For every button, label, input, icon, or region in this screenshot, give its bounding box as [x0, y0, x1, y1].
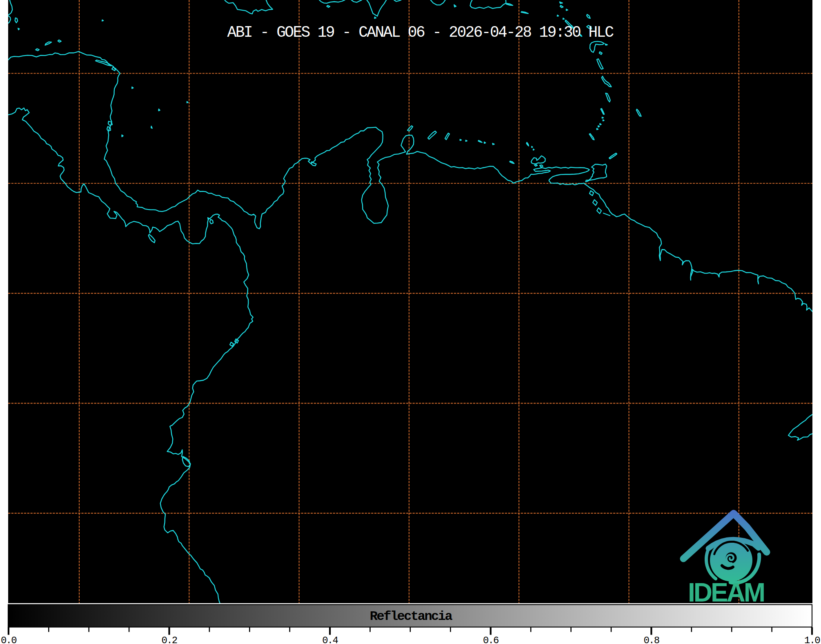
svg-text:0.2: 0.2 — [162, 635, 177, 644]
svg-text:0.6: 0.6 — [483, 635, 498, 644]
svg-text:IDEAM: IDEAM — [688, 578, 764, 607]
svg-text:0.0: 0.0 — [1, 635, 16, 644]
svg-text:Reflectancia: Reflectancia — [370, 609, 453, 624]
svg-text:0.8: 0.8 — [643, 635, 659, 644]
svg-text:ABI - GOES 19 - CANAL 06 - 202: ABI - GOES 19 - CANAL 06 - 2026-04-28 19… — [227, 24, 614, 41]
svg-text:0.4: 0.4 — [322, 635, 338, 644]
svg-text:1.0: 1.0 — [804, 635, 820, 644]
